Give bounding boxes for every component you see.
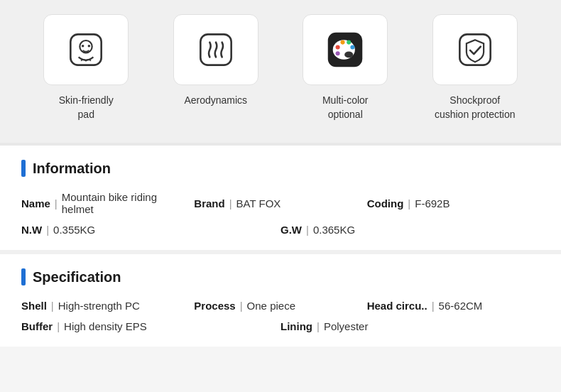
field-shell: Shell | High-strength PC: [21, 300, 194, 312]
features-section: Skin-friendlypad Aerodynamics: [0, 0, 561, 143]
field-label-coding: Coding: [367, 197, 404, 209]
specification-section: Specification Shell | High-strength PC P…: [0, 250, 561, 347]
aerodynamics-label: Aerodynamics: [184, 94, 247, 108]
svg-point-3: [88, 45, 90, 47]
field-label-brand: Brand: [194, 197, 224, 209]
multicolor-icon-box: [303, 14, 388, 85]
skin-friendly-icon-box: [43, 14, 129, 85]
specification-title: Specification: [21, 268, 540, 285]
field-process: Process | One piece: [194, 300, 366, 312]
feature-multicolor: Multi-coloroptional: [288, 14, 402, 121]
aerodynamics-icon: [197, 31, 234, 68]
field-value-shell: High-strength PC: [58, 300, 140, 312]
field-brand: Brand | BAT FOX: [194, 191, 366, 215]
field-label-buffer: Buffer: [21, 320, 53, 332]
field-buffer: Buffer | High density EPS: [21, 320, 280, 332]
information-title: Information: [21, 160, 540, 177]
field-label-lining: Lining: [280, 320, 312, 332]
field-label-process: Process: [194, 300, 235, 312]
feature-skin-friendly: Skin-friendlypad: [29, 14, 143, 121]
svg-point-12: [336, 51, 340, 55]
specification-fields: Shell | High-strength PC Process | One p…: [21, 300, 540, 332]
svg-point-11: [351, 45, 355, 50]
field-lining: Lining | Polyester: [280, 320, 540, 332]
information-section: Information Name | Mountain bike riding …: [0, 143, 561, 250]
svg-point-2: [82, 45, 84, 47]
information-fields: Name | Mountain bike riding helmet Brand…: [21, 191, 540, 236]
field-value-buffer: High density EPS: [64, 320, 147, 332]
svg-rect-13: [459, 34, 490, 65]
field-label-name: Name: [21, 197, 50, 209]
field-value-brand: BAT FOX: [236, 197, 281, 209]
aerodynamics-icon-box: [173, 14, 258, 85]
svg-point-7: [344, 52, 353, 58]
svg-point-8: [336, 45, 340, 50]
field-coding: Coding | F-692B: [367, 191, 540, 215]
feature-aerodynamics: Aerodynamics: [159, 14, 273, 108]
field-value-coding: F-692B: [415, 197, 450, 209]
shockproof-icon: [457, 31, 494, 68]
field-label-gw: G.W: [280, 224, 302, 236]
field-value-process: One piece: [247, 300, 295, 312]
svg-point-10: [347, 40, 351, 45]
svg-point-9: [341, 40, 345, 45]
field-gw: G.W | 0.365KG: [280, 224, 540, 236]
feature-shockproof: Shockproofcushion protection: [418, 14, 532, 121]
skin-friendly-icon: [67, 31, 104, 68]
field-label-nw: N.W: [21, 224, 42, 236]
field-head-circu: Head circu.. | 56-62CM: [367, 300, 540, 312]
field-value-nw: 0.355KG: [53, 224, 95, 236]
field-value-gw: 0.365KG: [313, 224, 355, 236]
field-name: Name | Mountain bike riding helmet: [21, 191, 194, 215]
shockproof-icon-box: [432, 14, 518, 85]
multicolor-label: Multi-coloroptional: [322, 94, 369, 121]
field-value-name: Mountain bike riding helmet: [62, 191, 180, 215]
field-value-head-circu: 56-62CM: [439, 300, 483, 312]
field-value-lining: Polyester: [324, 320, 369, 332]
field-nw: N.W | 0.355KG: [21, 224, 280, 236]
field-label-shell: Shell: [21, 300, 47, 312]
field-label-head-circu: Head circu..: [367, 300, 427, 312]
skin-friendly-label: Skin-friendlypad: [59, 94, 114, 121]
multicolor-icon: [327, 31, 364, 68]
shockproof-label: Shockproofcushion protection: [435, 94, 516, 121]
